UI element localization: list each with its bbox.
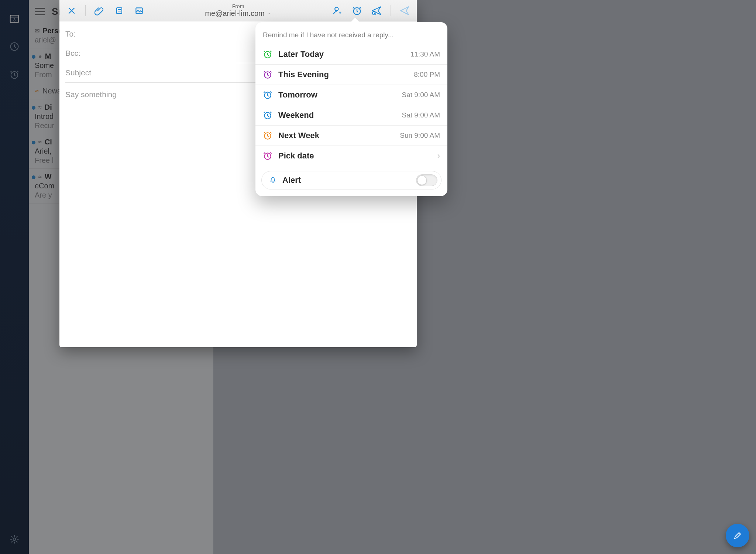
image-icon — [134, 6, 144, 16]
reminder-option-tomorrow[interactable]: Tomorrow Sat 9:00 AM — [255, 85, 447, 105]
reminder-option-weekend[interactable]: Weekend Sat 9:00 AM — [255, 105, 447, 126]
chevron-down-icon — [267, 11, 271, 16]
insert-image-button[interactable] — [131, 3, 147, 18]
reminder-option-label: This Evening — [278, 70, 408, 79]
alarm-icon — [352, 6, 362, 16]
reminder-option-next-week[interactable]: Next Week Sun 9:00 AM — [255, 126, 447, 146]
attach-button[interactable] — [92, 3, 107, 18]
toolbar-divider — [85, 5, 86, 16]
reminder-option-time: Sat 9:00 AM — [402, 91, 440, 99]
alert-label: Alert — [282, 175, 410, 185]
reminder-button[interactable] — [349, 3, 365, 18]
close-icon — [67, 6, 76, 15]
paperclip-icon — [94, 6, 104, 16]
alarm-icon — [263, 49, 272, 59]
reminder-header: Remind me if I have not received a reply… — [255, 29, 447, 44]
svg-rect-9 — [136, 8, 142, 13]
template-button[interactable] — [111, 3, 127, 18]
alarm-icon — [263, 70, 272, 79]
document-icon — [115, 6, 124, 15]
reminder-option-this-evening[interactable]: This Evening 8:00 PM — [255, 65, 447, 85]
compose-fab[interactable] — [726, 524, 749, 547]
pick-date-label: Pick date — [278, 151, 432, 161]
alarm-icon — [263, 151, 272, 161]
toolbar-divider — [391, 5, 391, 16]
from-selector[interactable]: From me@ariel-lim.com — [205, 3, 271, 18]
reminder-option-time: Sat 9:00 AM — [402, 111, 440, 119]
alarm-icon — [263, 90, 272, 100]
from-address: me@ariel-lim.com — [205, 9, 264, 18]
from-label: From — [205, 3, 271, 9]
alert-toggle-row: Alert — [261, 171, 441, 189]
reminder-option-label: Tomorrow — [278, 90, 396, 100]
send-button[interactable] — [397, 3, 412, 18]
add-contact-button[interactable] — [329, 3, 345, 18]
reminder-pick-date[interactable]: Pick date › — [255, 146, 447, 166]
chevron-right-icon: › — [437, 151, 440, 161]
reminder-option-label: Later Today — [278, 49, 405, 59]
reminder-option-label: Weekend — [278, 110, 396, 120]
reminder-option-label: Next Week — [278, 131, 394, 140]
reminder-option-later-today[interactable]: Later Today 11:30 AM — [255, 44, 447, 65]
send-later-button[interactable] — [369, 3, 385, 18]
person-add-icon — [332, 6, 342, 16]
svg-point-10 — [335, 7, 338, 10]
reminder-option-time: 11:30 AM — [410, 50, 440, 58]
compose-toolbar: From me@ariel-lim.com — [59, 0, 417, 21]
pencil-icon — [733, 531, 742, 540]
send-icon — [400, 6, 409, 16]
alarm-icon — [263, 110, 272, 120]
reminder-option-time: 8:00 PM — [414, 71, 440, 79]
alarm-icon — [263, 131, 272, 140]
close-button[interactable] — [64, 3, 79, 18]
alert-toggle[interactable] — [416, 174, 437, 186]
send-later-icon — [371, 6, 382, 16]
reminder-option-time: Sun 9:00 AM — [400, 131, 440, 140]
bell-icon — [269, 177, 276, 184]
reminder-popover: Remind me if I have not received a reply… — [255, 22, 447, 196]
